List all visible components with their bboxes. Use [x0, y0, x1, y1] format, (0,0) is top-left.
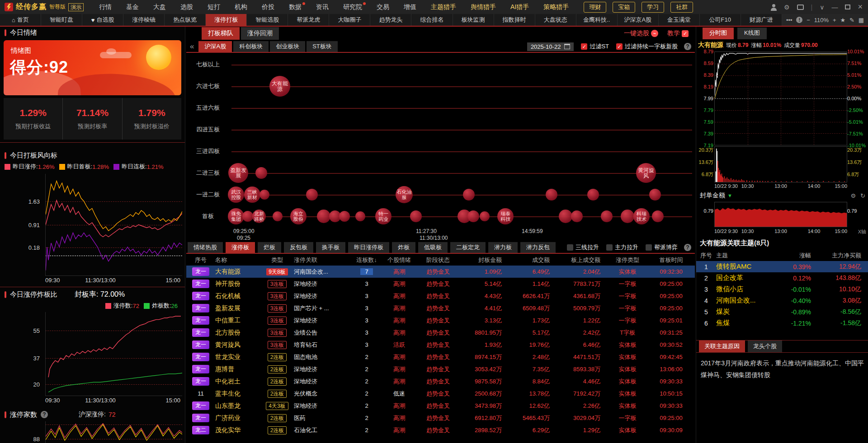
table-tab[interactable]: 昨日涨停板 — [348, 242, 389, 253]
ladder-bubble[interactable] — [587, 189, 599, 201]
table-row[interactable]: 龙一惠博普2连板深地经济2高潮趋势金叉3053.42万7.35亿8593.38万… — [186, 363, 695, 375]
tab-leader-stock[interactable]: 龙头个股 — [748, 340, 782, 352]
stock-name-cell[interactable]: 蓝丰生化 — [215, 390, 260, 398]
table-tab[interactable]: 换手板 — [316, 242, 345, 253]
nav-item[interactable]: 大咖圈子 — [329, 14, 370, 26]
table-tab[interactable]: 烂板 — [258, 242, 281, 253]
column-header[interactable]: 名称 — [215, 256, 260, 264]
ladder-bubble[interactable] — [649, 189, 661, 201]
ladder-bubble[interactable]: 武汉控股 — [228, 187, 244, 203]
ladder-bubble[interactable]: 黄河旋风 — [636, 163, 656, 183]
nav-item[interactable]: 涨停打板 — [206, 14, 247, 26]
table-tab[interactable]: 潜力板 — [488, 242, 518, 253]
nav-item[interactable]: 金鹰科技.. — [576, 14, 618, 26]
market-subtab[interactable]: 沪深A股 — [198, 41, 232, 52]
menu-item[interactable]: 机构 — [235, 3, 247, 11]
stock-name-cell[interactable]: 世龙实业 — [215, 353, 260, 361]
column-header[interactable]: 主力净买额 — [818, 252, 868, 260]
ladder-bubble[interactable] — [339, 211, 350, 222]
table-row[interactable]: 龙一北方股份3连板业绩公告3高潮趋势金叉8801.95万5.17亿2.42亿T字… — [186, 326, 695, 339]
nav-item[interactable]: 板块监测 — [453, 14, 494, 26]
emotion-card[interactable]: 情绪图 得分:92 — [4, 40, 181, 95]
tab-kline[interactable]: K线图 — [737, 28, 767, 39]
collapse-icon[interactable]: « — [190, 42, 194, 51]
theme-row[interactable]: 1债转股AMC0.39%12.94亿 — [696, 261, 868, 272]
column-header[interactable]: 涨停类型 — [608, 256, 647, 264]
table-tab[interactable]: 低吸板 — [418, 242, 448, 253]
nav-item[interactable]: ⌂首页 — [0, 14, 41, 26]
table-filter-checkbox[interactable]: 帮派博弈 — [646, 243, 678, 252]
menu-item[interactable]: 交易 — [377, 3, 389, 11]
nav-item[interactable]: 帮派龙虎 — [288, 14, 329, 26]
ladder-bubble[interactable] — [242, 211, 253, 222]
ladder-bubble[interactable] — [601, 210, 613, 222]
ladder-bubble[interactable]: 特一药业 — [375, 208, 392, 224]
zoom-out-button[interactable]: − — [807, 17, 810, 23]
gear-icon[interactable]: ⚙ — [850, 192, 856, 199]
nav-item[interactable]: ♥自选股 — [82, 14, 123, 26]
nav-item[interactable]: 智能选股 — [247, 14, 288, 26]
ladder-bubble[interactable] — [317, 210, 330, 223]
ladder-bubble[interactable] — [306, 189, 318, 201]
grid-icon[interactable]: ▦ — [859, 17, 864, 23]
market-subtab[interactable]: 科创板块 — [233, 41, 269, 52]
table-row[interactable]: 龙一广济药业2连板医药2高潮趋势金叉6912.80万5465.43万3029.0… — [186, 412, 695, 424]
table-filter-checkbox[interactable]: 三线拉升 — [567, 243, 599, 252]
theme-row[interactable]: 3微信小店-0.01%10.10亿 — [696, 284, 868, 295]
boxed-menu-item[interactable]: 理财 — [584, 2, 606, 13]
tab-huichao[interactable]: 涨停回潮 — [241, 27, 279, 40]
nav-item[interactable]: 热点纵览 — [165, 14, 206, 26]
table-row[interactable]: 龙一山东墨龙4天3板深地经济2高潮趋势金叉3473.98万12.62亿2.26亿… — [186, 400, 695, 412]
ladder-bubble[interactable] — [463, 189, 475, 201]
nav-item[interactable]: 公司F10 — [700, 14, 741, 26]
filter-checkbox[interactable]: ✓过滤ST — [581, 42, 609, 51]
pencil-icon[interactable]: ✎ — [849, 17, 854, 23]
table-row[interactable]: 龙二茂化实华2连板石油化工2高潮趋势金叉2898.52万6.29亿1.29亿实体… — [186, 424, 695, 436]
ladder-bubble[interactable] — [571, 210, 583, 222]
theme-row[interactable]: 2国企改革0.12%143.88亿 — [696, 272, 868, 284]
table-row[interactable]: 龙一石化机械3连板深地经济3高潮趋势金叉4.43亿6626.41万4361.68… — [186, 290, 695, 302]
stock-name-cell[interactable]: 广济药业 — [215, 414, 260, 422]
ladder-bubble[interactable] — [355, 211, 365, 221]
tab-intraday[interactable]: 分时图 — [703, 28, 734, 39]
table-filter-checkbox[interactable]: 主力拉升 — [606, 243, 638, 252]
table-tab[interactable]: 潜力反包 — [520, 242, 556, 253]
tutorial-button[interactable]: 教学 ✓ — [667, 29, 689, 37]
nav-item[interactable]: 沪深京A股 — [618, 14, 659, 26]
column-header[interactable]: 成交额 — [509, 256, 557, 264]
table-row[interactable]: 龙一盈新发展3连板国产芯片 + ...3高潮趋势金叉4.41亿6509.48万5… — [186, 302, 695, 314]
ladder-bubble[interactable]: 盈新发展 — [228, 163, 248, 183]
column-header[interactable]: 板上成交额 — [557, 256, 608, 264]
tab-reason[interactable]: 关联主题原因 — [699, 340, 745, 352]
nav-item[interactable]: 趋势龙头 — [370, 14, 411, 26]
table-row[interactable]: 11蓝丰生化2连板光伏概念2低迷趋势金叉2500.68万13.78亿7192.4… — [186, 387, 695, 400]
nav-item[interactable]: 涨停棱镜 — [123, 14, 165, 26]
ladder-bubble[interactable]: 北新路桥 — [252, 210, 266, 223]
ladder-bubble[interactable] — [621, 210, 634, 223]
help-icon[interactable]: ? — [684, 43, 691, 50]
layout-icon[interactable] — [797, 5, 804, 10]
menu-item[interactable]: 主题猎手 — [431, 3, 456, 11]
star-icon[interactable]: ★ — [840, 17, 845, 23]
table-row[interactable]: 龙一黄河旋风3连板培育钻石3活跃趋势金叉1.93亿19.76亿6.46亿实体板0… — [186, 339, 695, 351]
nav-item[interactable]: 大盘状态 — [535, 14, 576, 26]
stock-name-cell[interactable]: 中信重工 — [215, 317, 260, 325]
stock-name-cell[interactable]: 中化岩土 — [215, 378, 260, 386]
ladder-bubble[interactable]: 科瑞技术 — [633, 208, 650, 224]
ladder-bubble[interactable] — [259, 190, 269, 200]
column-header[interactable]: 涨幅 — [784, 252, 818, 260]
ladder-bubble[interactable] — [410, 210, 422, 222]
menu-item[interactable]: 资讯 — [316, 3, 329, 11]
nav-item[interactable]: 智能盯盘 — [41, 14, 82, 26]
menu-item[interactable]: AI猎手 — [510, 3, 529, 11]
filter-checkbox[interactable]: ✓过滤持续一字板新股 — [616, 42, 678, 51]
one-key-select-button[interactable]: 一键选股 ~ — [624, 29, 658, 37]
ladder-bubble[interactable] — [480, 211, 490, 221]
theme-row[interactable]: 5煤炭-0.89%-8.56亿 — [696, 306, 868, 317]
menu-item[interactable]: 大盘 — [153, 3, 166, 11]
close-button[interactable]: × — [858, 2, 863, 12]
ladder-bubble[interactable]: 海立股份 — [290, 208, 307, 224]
help-icon[interactable]: ? — [684, 244, 691, 251]
stock-name[interactable]: 大有能源 — [698, 41, 723, 49]
table-row[interactable]: 龙一中信重工3连板深地经济3高潮趋势金叉3.13亿1.73亿1.22亿一字板09… — [186, 314, 695, 326]
